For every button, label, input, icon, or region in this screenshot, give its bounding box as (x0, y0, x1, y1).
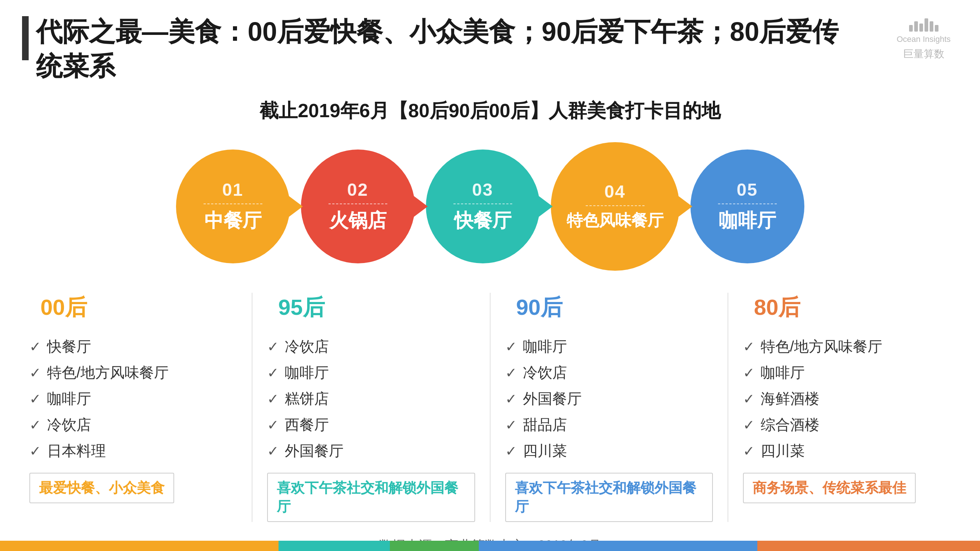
divider-2 (490, 293, 490, 522)
check-icon: ✓ (743, 365, 755, 381)
gen-col-95: 95后 ✓冷饮店 ✓咖啡厅 ✓糕饼店 ✓西餐厅 ✓外国餐厅 喜欢下午茶社交和解锁… (260, 293, 482, 522)
list-item: ✓西餐厅 (267, 412, 475, 438)
circle-num-3: 03 (472, 179, 493, 200)
check-icon: ✓ (743, 443, 755, 459)
color-bar-4 (479, 541, 757, 551)
list-item: ✓外国餐厅 (505, 386, 713, 412)
list-item: ✓冷饮店 (267, 333, 475, 360)
gen-title-95: 95后 (267, 293, 475, 322)
circle-label-3: 快餐厅 (454, 208, 512, 233)
logo-label2: 巨量算数 (903, 47, 944, 61)
gen-title-80: 80后 (743, 293, 951, 322)
gen-col-90: 90后 ✓咖啡厅 ✓冷饮店 ✓外国餐厅 ✓甜品店 ✓四川菜 喜欢下午茶社交和解锁… (498, 293, 720, 522)
color-bar-2 (278, 541, 390, 551)
color-bar (0, 541, 980, 551)
arrow-1 (288, 195, 303, 218)
list-item: ✓咖啡厅 (505, 333, 713, 360)
check-icon: ✓ (29, 365, 41, 381)
gen-list-90: ✓咖啡厅 ✓冷饮店 ✓外国餐厅 ✓甜品店 ✓四川菜 (505, 333, 713, 464)
gen-list-00: ✓快餐厅 ✓特色/地方风味餐厅 ✓咖啡厅 ✓冷饮店 ✓日本料理 (29, 333, 237, 464)
list-item: ✓外国餐厅 (267, 438, 475, 464)
check-icon: ✓ (743, 339, 755, 355)
arrow-3 (538, 195, 553, 218)
summary-box-00: 最爱快餐、小众美食 (29, 473, 174, 503)
check-icon: ✓ (29, 391, 41, 407)
check-icon: ✓ (505, 443, 517, 459)
circle-label-5: 咖啡厅 (719, 208, 776, 233)
check-icon: ✓ (267, 339, 279, 355)
list-item: ✓特色/地方风味餐厅 (743, 333, 951, 360)
check-icon: ✓ (743, 391, 755, 407)
circle-label-4: 特色风味餐厅 (566, 210, 663, 232)
divider-1 (252, 293, 253, 522)
logo-icon (909, 18, 939, 32)
list-item: ✓冷饮店 (505, 360, 713, 386)
list-item: ✓咖啡厅 (267, 360, 475, 386)
circle-label-2: 火锅店 (329, 208, 387, 233)
circle-item-5: 05 咖啡厅 (690, 149, 804, 264)
gen-title-90: 90后 (505, 293, 713, 322)
circle-3: 03 快餐厅 (426, 149, 540, 264)
subtitle: 截止2019年6月【80后90后00后】人群美食打卡目的地 (0, 98, 980, 124)
list-item: ✓甜品店 (505, 412, 713, 438)
circle-num-4: 04 (605, 181, 625, 202)
list-item: ✓海鲜酒楼 (743, 386, 951, 412)
gen-col-00: 00后 ✓快餐厅 ✓特色/地方风味餐厅 ✓咖啡厅 ✓冷饮店 ✓日本料理 最爱快餐… (22, 293, 244, 522)
circle-num-1: 01 (222, 179, 243, 200)
summary-box-95: 喜欢下午茶社交和解锁外国餐厅 (267, 473, 475, 522)
gen-list-80: ✓特色/地方风味餐厅 ✓咖啡厅 ✓海鲜酒楼 ✓综合酒楼 ✓四川菜 (743, 333, 951, 464)
logo-label: Ocean Insights (897, 35, 951, 44)
list-item: ✓特色/地方风味餐厅 (29, 360, 237, 386)
circle-4: 04 特色风味餐厅 (551, 142, 679, 271)
list-item: ✓快餐厅 (29, 333, 237, 360)
circle-item-2: 02 火锅店 (301, 149, 415, 264)
list-item: ✓四川菜 (505, 438, 713, 464)
logo-area: Ocean Insights 巨量算数 (897, 18, 951, 61)
list-item: ✓糕饼店 (267, 386, 475, 412)
circles-section: 01 中餐厅 02 火锅店 03 快餐厅 04 特色风味餐厅 05 (29, 142, 951, 271)
gen-title-00: 00后 (29, 293, 237, 322)
circle-5: 05 咖啡厅 (690, 149, 804, 264)
check-icon: ✓ (267, 443, 279, 459)
circle-item-4: 04 特色风味餐厅 (551, 142, 679, 271)
check-icon: ✓ (505, 339, 517, 355)
arrow-4 (678, 195, 692, 218)
circle-item-1: 01 中餐厅 (176, 149, 290, 264)
check-icon: ✓ (29, 417, 41, 433)
circle-label-1: 中餐厅 (204, 208, 262, 233)
gen-list-95: ✓冷饮店 ✓咖啡厅 ✓糕饼店 ✓西餐厅 ✓外国餐厅 (267, 333, 475, 464)
lists-section: 00后 ✓快餐厅 ✓特色/地方风味餐厅 ✓咖啡厅 ✓冷饮店 ✓日本料理 最爱快餐… (22, 293, 958, 522)
header: 代际之最—美食：00后爱快餐、小众美食；90后爱下午茶；80后爱传 统菜系 Oc… (0, 0, 980, 91)
circle-num-2: 02 (347, 179, 368, 200)
title-bar: 代际之最—美食：00后爱快餐、小众美食；90后爱下午茶；80后爱传 统菜系 (22, 15, 897, 83)
page-title: 代际之最—美食：00后爱快餐、小众美食；90后爱下午茶；80后爱传 统菜系 (36, 15, 838, 83)
summary-box-80: 商务场景、传统菜系最佳 (743, 473, 916, 503)
list-item: ✓四川菜 (743, 438, 951, 464)
list-item: ✓综合酒楼 (743, 412, 951, 438)
gen-col-80: 80后 ✓特色/地方风味餐厅 ✓咖啡厅 ✓海鲜酒楼 ✓综合酒楼 ✓四川菜 商务场… (736, 293, 958, 522)
arrow-2 (413, 195, 428, 218)
check-icon: ✓ (267, 365, 279, 381)
list-item: ✓咖啡厅 (29, 386, 237, 412)
circle-2: 02 火锅店 (301, 149, 415, 264)
circle-num-5: 05 (737, 179, 758, 200)
summary-text-90: 喜欢下午茶社交和解锁外国餐厅 (515, 480, 696, 514)
color-bar-5 (757, 541, 980, 551)
divider-3 (727, 293, 728, 522)
check-icon: ✓ (29, 443, 41, 459)
check-icon: ✓ (29, 339, 41, 355)
summary-text-95: 喜欢下午茶社交和解锁外国餐厅 (277, 480, 458, 514)
circle-item-3: 03 快餐厅 (426, 149, 540, 264)
check-icon: ✓ (505, 391, 517, 407)
check-icon: ✓ (267, 391, 279, 407)
subtitle-section: 截止2019年6月【80后90后00后】人群美食打卡目的地 (0, 98, 980, 124)
check-icon: ✓ (505, 365, 517, 381)
summary-text-80: 商务场景、传统菜系最佳 (752, 480, 906, 495)
list-item: ✓冷饮店 (29, 412, 237, 438)
list-item: ✓咖啡厅 (743, 360, 951, 386)
check-icon: ✓ (505, 417, 517, 433)
title-accent (22, 16, 29, 60)
summary-box-90: 喜欢下午茶社交和解锁外国餐厅 (505, 473, 713, 522)
summary-text-00: 最爱快餐、小众美食 (39, 480, 165, 495)
color-bar-3 (390, 541, 479, 551)
